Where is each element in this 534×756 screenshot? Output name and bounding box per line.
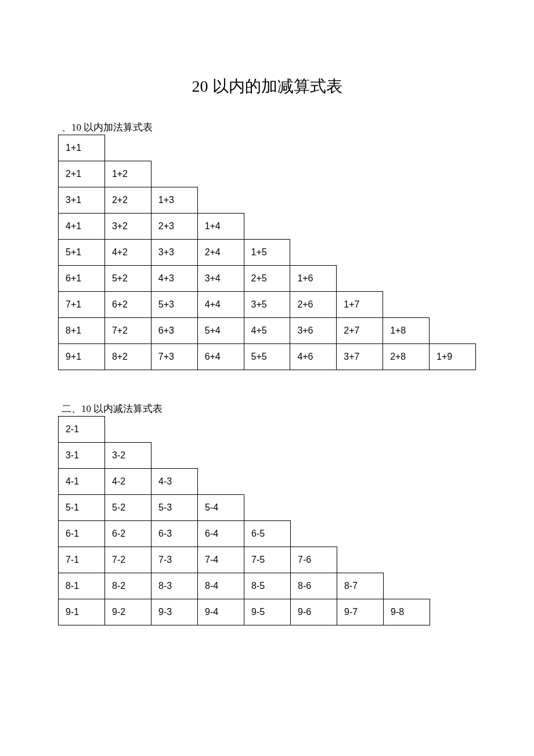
empty-cell [151,417,198,443]
subtraction-cell: 5-4 [198,495,244,521]
subtraction-cell: 4-1 [59,469,105,495]
empty-cell [383,135,430,161]
empty-cell [383,161,430,187]
addition-cell: 6+2 [104,292,151,318]
empty-cell [384,573,430,599]
empty-cell [337,214,383,240]
empty-cell [430,292,476,318]
addition-section: 、10 以内加法算式表 1+12+11+23+12+21+34+13+22+31… [58,121,476,370]
empty-cell [337,521,384,547]
addition-cell: 6+3 [151,318,197,344]
addition-cell: 3+3 [151,240,197,266]
empty-cell [430,240,476,266]
table-row: 9-19-29-39-49-59-69-79-8 [59,599,430,625]
subtraction-cell: 9-1 [59,599,105,625]
addition-cell: 1+3 [151,187,197,214]
addition-cell: 5+4 [197,318,244,344]
empty-cell [337,161,383,187]
subtraction-cell: 8-6 [291,573,337,599]
table-row: 6+15+24+33+42+51+6 [59,266,476,292]
subtraction-cell: 6-3 [151,521,198,547]
addition-cell: 5+1 [59,240,105,266]
empty-cell [384,547,430,573]
subtraction-cell: 6-4 [198,521,244,547]
empty-cell [383,292,430,318]
addition-cell: 4+1 [59,214,105,240]
addition-cell: 1+6 [290,266,337,292]
empty-cell [244,495,291,521]
table-row: 3-13-2 [59,443,430,469]
addition-cell: 1+5 [244,240,290,266]
empty-cell [384,495,430,521]
addition-cell: 2+2 [104,187,151,214]
subtraction-section: 二、10 以内减法算式表 2-13-13-24-14-24-35-15-25-3… [58,402,476,625]
empty-cell [337,495,384,521]
addition-cell: 5+5 [244,344,290,370]
empty-cell [337,240,383,266]
empty-cell [337,187,383,214]
subtraction-cell: 8-5 [244,573,291,599]
empty-cell [384,469,430,495]
addition-cell: 1+7 [337,292,383,318]
empty-cell [384,443,430,469]
empty-cell [197,187,244,214]
subtraction-cell: 6-1 [59,521,105,547]
addition-cell: 1+1 [59,135,105,161]
table-row: 7+16+25+34+43+52+61+7 [59,292,476,318]
empty-cell [290,135,337,161]
empty-cell [383,214,430,240]
empty-cell [290,161,337,187]
empty-cell [244,214,290,240]
addition-cell: 1+8 [383,318,430,344]
subtraction-cell: 7-5 [244,547,291,573]
empty-cell [430,187,476,214]
subtraction-cell: 4-3 [151,469,198,495]
addition-cell: 4+5 [244,318,290,344]
table-row: 5+14+23+32+41+5 [59,240,476,266]
addition-cell: 2+7 [337,318,383,344]
table-row: 8-18-28-38-48-58-68-7 [59,573,430,599]
empty-cell [337,469,384,495]
subtraction-cell: 9-8 [384,599,430,625]
empty-cell [198,469,244,495]
empty-cell [384,521,430,547]
subtraction-cell: 8-1 [59,573,105,599]
addition-cell: 1+4 [197,214,244,240]
subtraction-table: 2-13-13-24-14-24-35-15-25-35-46-16-26-36… [58,416,430,625]
subtraction-cell: 8-2 [105,573,151,599]
subtraction-cell: 5-3 [151,495,198,521]
subtraction-cell: 3-2 [105,443,151,469]
subtraction-cell: 9-6 [291,599,337,625]
addition-cell: 3+4 [197,266,244,292]
subtraction-cell: 7-4 [198,547,244,573]
empty-cell [105,417,151,443]
addition-cell: 8+1 [59,318,105,344]
empty-cell [291,495,337,521]
empty-cell [430,266,476,292]
addition-cell: 2+8 [383,344,430,370]
addition-cell: 5+2 [104,266,151,292]
empty-cell [197,135,244,161]
empty-cell [244,443,291,469]
addition-cell: 3+1 [59,187,105,214]
subtraction-cell: 4-2 [105,469,151,495]
addition-cell: 1+9 [430,344,476,370]
addition-cell: 2+4 [197,240,244,266]
subtraction-cell: 8-7 [337,573,384,599]
empty-cell [430,135,476,161]
empty-cell [244,417,291,443]
table-row: 1+1 [59,135,476,161]
table-row: 2-1 [59,417,430,443]
empty-cell [430,318,476,344]
subtraction-heading: 二、10 以内减法算式表 [62,402,476,415]
addition-cell: 3+6 [290,318,337,344]
table-row: 6-16-26-36-46-5 [59,521,430,547]
addition-cell: 7+1 [59,292,105,318]
empty-cell [291,443,337,469]
addition-cell: 2+1 [59,161,105,187]
addition-cell: 8+2 [104,344,151,370]
empty-cell [151,135,197,161]
empty-cell [337,135,383,161]
subtraction-cell: 2-1 [59,417,105,443]
addition-cell: 4+3 [151,266,197,292]
